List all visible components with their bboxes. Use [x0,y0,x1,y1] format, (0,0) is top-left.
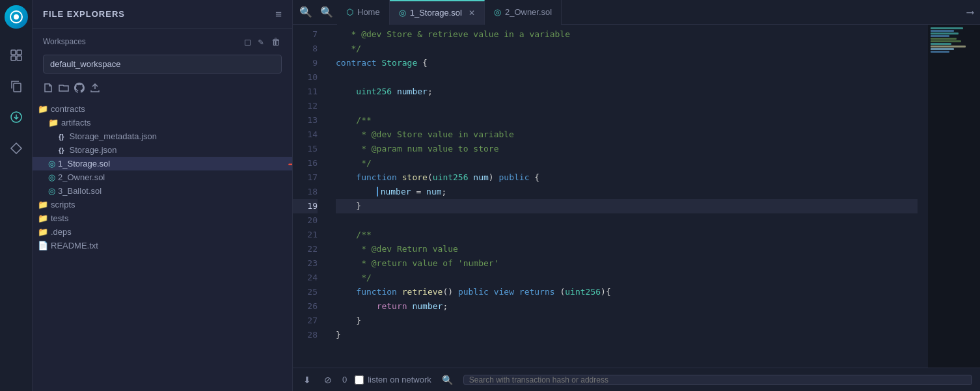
transaction-count: 0 [342,375,347,384]
storage-json-label: Storage.json [67,145,292,155]
code-line-24: */ [336,271,918,285]
code-line-10 [336,70,918,85]
minimap-line-4 [931,35,949,37]
search-bar [463,375,972,385]
1-storage-sol-item[interactable]: ◎ 1_Storage.sol ➜ [33,157,292,170]
svg-rect-2 [11,50,16,55]
contracts-folder-item[interactable]: 📁 contracts [33,102,292,116]
editor-tabs: 🔍 🔍 ⬡ Home ◎ 1_Storage.sol ✕ ◎ 2_Owner.s… [293,0,980,25]
code-line-19: } [336,199,918,213]
header-menu-icon[interactable]: ≡ [275,8,282,20]
1-storage-tab-icon: ◎ [399,8,406,18]
line-num-8: 8 [293,42,318,56]
search-input[interactable] [469,375,966,384]
new-folder-icon[interactable] [59,83,69,96]
line-num-24: 24 [293,271,318,285]
minimap-line-3 [931,33,959,34]
line-num-16: 16 [293,156,318,170]
nav-diamond-icon[interactable] [6,138,27,159]
code-line-26: return number; [336,299,918,314]
code-line-16: */ [336,156,918,170]
code-line-7: * @dev Store & retrieve value in a varia… [336,27,918,42]
add-workspace-icon[interactable]: □ [243,35,251,48]
bottom-down-arrow[interactable]: ⬇ [301,373,314,386]
3-ballot-sol-item[interactable]: ◎ 3_Ballot.sol [33,184,292,198]
1-storage-sol-label: 1_Storage.sol [58,159,292,169]
file-explorer-title: FILE EXPLORERS [43,9,125,19]
nav-copy-icon[interactable] [6,75,27,96]
line-numbers: 7 8 9 10 11 12 13 14 15 16 17 18 19 20 2… [293,25,325,368]
line-num-10: 10 [293,70,318,85]
artifacts-folder-item[interactable]: 📁 artifacts [33,116,292,129]
minimap [928,25,980,368]
1-storage-tab-label: 1_Storage.sol [410,8,462,18]
line-num-18: 18 [293,185,318,199]
2-owner-sol-item[interactable]: ◎ 2_Owner.sol [33,170,292,184]
tab-1-storage[interactable]: ◎ 1_Storage.sol ✕ [390,0,485,25]
3-ballot-sol-icon: ◎ [48,186,55,196]
workspace-select[interactable]: default_workspace [43,55,282,74]
2-owner-tab-label: 2_Owner.sol [505,7,552,17]
code-line-14: * @dev Store value in variable [336,128,918,142]
contracts-folder-icon: 📁 [38,104,48,114]
editor-area: 🔍 🔍 ⬡ Home ◎ 1_Storage.sol ✕ ◎ 2_Owner.s… [293,0,980,391]
line-num-21: 21 [293,228,318,242]
minimap-line-2 [931,30,954,32]
zoom-out-button[interactable]: 🔍 [316,6,337,18]
code-line-23: * @return value of 'number' [336,256,918,271]
nav-files-icon[interactable] [6,44,27,65]
deps-folder-label: .deps [51,227,292,237]
line-num-15: 15 [293,142,318,156]
zoom-in-button[interactable]: 🔍 [295,6,316,18]
1-storage-tab-close[interactable]: ✕ [469,8,475,18]
tab-home[interactable]: ⬡ Home [337,0,390,25]
readme-item[interactable]: 📄 README.txt [33,239,292,252]
upload-icon[interactable] [90,83,100,96]
line-num-7: 7 [293,27,318,42]
file-explorer-panel: FILE EXPLORERS ≡ Workspaces □ ✎ 🗑 defaul… [33,0,293,391]
editor-expand-button[interactable]: ⟶ [960,6,980,18]
line-num-26: 26 [293,299,318,314]
2-owner-sol-icon: ◎ [48,172,55,182]
line-num-11: 11 [293,85,318,99]
workspaces-row: Workspaces □ ✎ 🗑 [33,29,292,52]
tests-folder-label: tests [51,213,292,223]
new-file-icon[interactable] [43,83,53,96]
storage-json-item[interactable]: {} Storage.json [33,143,292,157]
code-line-9: contract Storage { [336,56,918,70]
listen-on-network-container: listen on network [355,375,431,384]
code-line-17: function store(uint256 num) public { [336,170,918,185]
scripts-folder-item[interactable]: 📁 scripts [33,198,292,211]
bottom-stop-btn[interactable]: ⊘ [321,373,334,386]
minimap-line-5 [931,38,957,40]
code-content[interactable]: * @dev Store & retrieve value in a varia… [325,25,928,368]
code-line-28: } [336,328,918,342]
github-icon[interactable] [74,83,85,96]
delete-workspace-icon[interactable]: 🗑 [270,35,282,48]
tab-2-owner[interactable]: ◎ 2_Owner.sol [485,0,562,25]
code-line-15: * @param num value to store [336,142,918,156]
search-toggle-btn[interactable]: 🔍 [439,373,456,386]
file-toolbar [33,79,292,100]
listen-on-network-checkbox[interactable] [355,375,364,384]
tests-folder-item[interactable]: 📁 tests [33,211,292,225]
storage-metadata-item[interactable]: {} Storage_metadata.json [33,129,292,143]
nav-deploy-icon[interactable] [6,107,27,128]
svg-rect-3 [17,50,21,55]
home-tab-icon: ⬡ [346,7,353,17]
2-owner-tab-icon: ◎ [494,7,501,17]
file-explorer-header: FILE EXPLORERS ≡ [33,0,292,29]
1-storage-sol-icon: ◎ [48,159,55,169]
minimap-line-10 [931,51,949,53]
svg-rect-5 [17,56,21,61]
3-ballot-sol-label: 3_Ballot.sol [58,186,292,196]
workspace-select-wrapper: default_workspace [33,52,292,79]
scripts-folder-icon: 📁 [38,200,48,209]
line-num-14: 14 [293,128,318,142]
edit-workspace-icon[interactable]: ✎ [257,35,265,48]
readme-file-icon: 📄 [38,241,48,250]
storage-json-icon: {} [59,146,64,154]
deps-folder-item[interactable]: 📁 .deps [33,225,292,239]
line-num-13: 13 [293,113,318,128]
workspaces-label: Workspaces [43,37,238,46]
